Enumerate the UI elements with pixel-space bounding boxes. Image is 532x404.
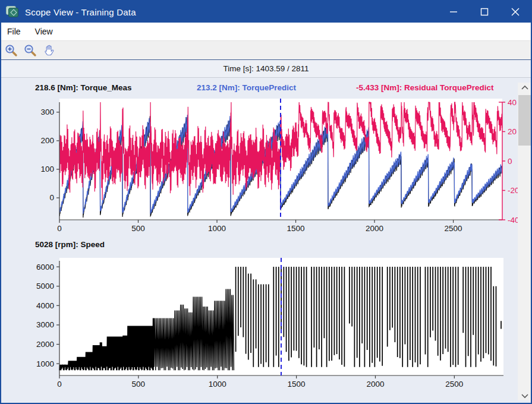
svg-text:40: 40 [508,98,517,107]
pan-button[interactable] [40,42,58,59]
label-speed: 5028 [rpm]: Speed [35,240,105,249]
svg-text:200: 200 [40,136,54,145]
svg-text:4000: 4000 [36,301,54,310]
svg-text:2000: 2000 [36,340,54,349]
torque-plot-area[interactable] [59,102,502,220]
svg-text:300: 300 [40,108,54,116]
scope-view-window: 0100200300-40-20020400500100015002000250… [0,0,532,404]
title-bar: Scope View - Training Data [1,1,531,23]
svg-text:0: 0 [508,157,512,166]
svg-text:1000: 1000 [208,224,226,233]
svg-text:100: 100 [40,165,54,173]
svg-text:2500: 2500 [445,224,462,233]
svg-text:5000: 5000 [36,282,54,291]
svg-text:2000: 2000 [366,380,384,389]
zoom-out-button[interactable] [21,42,39,59]
svg-text:500: 500 [132,380,146,389]
close-icon [510,7,521,17]
minimize-button[interactable] [438,1,469,23]
time-readout-bar: Time [s]: 1403.59 / 2811 [1,60,531,78]
svg-text:2500: 2500 [445,380,463,389]
time-readout: Time [s]: 1403.59 / 2811 [223,64,309,73]
app-icon [6,6,19,18]
svg-text:0: 0 [49,193,54,202]
svg-text:6000: 6000 [36,263,54,272]
pan-hand-icon [42,43,56,58]
chevron-down-icon [520,392,530,399]
label-torque-meas: 218.6 [Nm]: Torque_Meas [35,83,132,92]
close-button[interactable] [500,1,531,23]
svg-text:0: 0 [57,224,62,233]
menu-file[interactable]: File [1,23,28,40]
zoom-in-icon [4,43,18,58]
svg-text:3000: 3000 [36,320,54,329]
zoom-out-icon [23,43,37,58]
chevron-up-icon [520,84,530,91]
zoom-in-button[interactable] [2,42,20,59]
toolbar [1,40,531,60]
svg-text:1500: 1500 [287,224,305,233]
svg-text:0: 0 [57,380,62,389]
menu-view[interactable]: View [28,23,60,40]
menu-bar: File View [1,23,531,40]
label-torque-predict: 213.2 [Nm]: TorquePredict [197,83,296,92]
vertical-scrollbar[interactable] [518,83,532,400]
window-title: Scope View - Training Data [25,7,136,17]
scroll-down-button[interactable] [518,390,532,400]
scroll-up-button[interactable] [518,83,532,93]
svg-text:1000: 1000 [209,380,226,389]
svg-text:2000: 2000 [366,224,383,233]
label-residual-torque-predict: -5.433 [Nm]: Residual TorquePredict [356,83,494,92]
minimize-icon [448,7,459,17]
svg-text:500: 500 [131,224,145,233]
svg-text:1500: 1500 [288,380,306,389]
scrollbar-thumb[interactable] [518,95,531,146]
svg-text:1000: 1000 [36,359,54,368]
svg-text:20: 20 [508,127,517,136]
speed-plot-area[interactable] [59,261,503,375]
maximize-button[interactable] [469,1,500,23]
maximize-icon [479,7,490,17]
